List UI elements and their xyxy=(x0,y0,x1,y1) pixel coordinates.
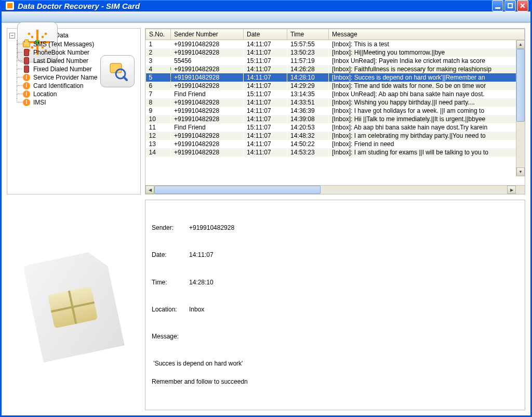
content-area: − Sim Card Data SMS (Text Messages)Phone… xyxy=(2,23,530,415)
cell-sno: 11 xyxy=(146,123,171,132)
table-row[interactable]: 7Find Friend15:11:0713:14:35[Inbox UnRea… xyxy=(146,90,525,98)
tree-item-label: SMS (Text Messages) xyxy=(33,41,94,48)
svg-rect-3 xyxy=(45,33,47,35)
cell-date: 14:11:07 xyxy=(244,132,287,140)
tree-item[interactable]: iService Provider Name xyxy=(17,73,138,82)
col-date[interactable]: Date xyxy=(244,29,287,40)
scroll-thumb-horizontal[interactable] xyxy=(154,186,321,194)
cell-message: [Inbox UnRead]: Payein India ke cricket … xyxy=(329,57,525,65)
cell-message: [Inbox]: Time and tide waits for none. S… xyxy=(329,82,525,90)
detail-sender-value: +919910482928 xyxy=(189,224,234,232)
tree-item[interactable]: iLocation xyxy=(17,90,138,98)
table-row[interactable]: 35545615:11:0711:57:19[Inbox UnRead]: Pa… xyxy=(146,57,525,65)
table-row[interactable]: 10+91991048292814:11:0714:39:08[Inbox]: … xyxy=(146,115,525,123)
cell-date: 14:11:07 xyxy=(244,140,287,148)
cell-sno: 6 xyxy=(146,82,171,90)
detail-location-label: Location: xyxy=(152,305,189,314)
table-row[interactable]: 12+91991048292814:11:0714:48:32[Inbox]: … xyxy=(146,132,525,140)
col-message[interactable]: Message xyxy=(329,29,525,40)
vertical-scrollbar[interactable]: ▲ ▼ xyxy=(516,40,525,176)
detail-time-value: 14:28:10 xyxy=(189,278,214,287)
cell-time: 14:50:22 xyxy=(287,140,329,148)
cell-message: [Inbox]: Ab aap bhi bana sakte hain naye… xyxy=(329,123,525,132)
app-window: Data Doctor Recovery - SIM Card ✕ xyxy=(0,0,532,417)
cell-date: 15:11:07 xyxy=(244,123,287,132)
sms-icon xyxy=(23,41,30,48)
cell-date: 14:11:07 xyxy=(244,115,287,123)
col-sender[interactable]: Sender Number xyxy=(171,29,244,40)
cell-message: [Inbox]: Succes is depend on hard work'|… xyxy=(329,73,525,82)
table-row[interactable]: 11Find Friend15:11:0714:20:53[Inbox]: Ab… xyxy=(146,123,525,132)
scroll-left-button[interactable]: ◀ xyxy=(145,186,154,194)
horizontal-scrollbar[interactable]: ◀ ▶ xyxy=(145,185,525,194)
message-table[interactable]: S.No. Sender Number Date Time Message 1+… xyxy=(145,28,525,194)
scroll-up-button[interactable]: ▲ xyxy=(516,40,525,49)
cell-sno: 8 xyxy=(146,98,171,107)
cell-sender: +919910482928 xyxy=(171,40,244,49)
tree-item[interactable]: Fixed Dialed Number xyxy=(17,65,138,73)
table-row[interactable]: 5+91991048292814:11:0714:28:10[Inbox]: S… xyxy=(146,73,525,82)
tree-item[interactable]: SMS (Text Messages) xyxy=(17,40,138,48)
detail-date-value: 14:11:07 xyxy=(189,251,214,259)
close-window-button[interactable]: ✕ xyxy=(517,0,528,11)
tree-item-label: Last Dialed Number xyxy=(33,57,88,64)
tree-item-label: Location xyxy=(33,90,57,98)
tree-item[interactable]: iCard Identification xyxy=(17,82,138,90)
cell-sno: 9 xyxy=(146,107,171,115)
table-row[interactable]: 13+91991048292814:11:0714:50:22[Inbox]: … xyxy=(146,140,525,148)
maximize-button[interactable] xyxy=(504,0,516,11)
cell-time: 14:26:28 xyxy=(287,65,329,73)
titlebar[interactable]: Data Doctor Recovery - SIM Card ✕ xyxy=(2,0,530,11)
table-row[interactable]: 8+91991048292814:11:0714:33:51[Inbox]: W… xyxy=(146,98,525,107)
info-icon: i xyxy=(23,82,30,89)
cell-sno: 2 xyxy=(146,48,171,57)
table-row[interactable]: 1+91991048292814:11:0715:57:55[Inbox]: T… xyxy=(146,40,525,49)
cell-time: 15:57:55 xyxy=(287,40,329,49)
phone-icon xyxy=(23,66,30,73)
cell-message: [Inbox UnRead]: Ab aap bhi bana sakte ha… xyxy=(329,90,525,98)
table-header-row[interactable]: S.No. Sender Number Date Time Message xyxy=(146,29,525,40)
table-row[interactable]: 4+91991048292814:11:0714:26:28[Inbox]: F… xyxy=(146,65,525,73)
minimize-button[interactable] xyxy=(492,0,503,11)
toolbar: ? Data Doctor Recovery SIM Card xyxy=(2,11,530,23)
cell-sender: +919910482928 xyxy=(171,132,244,140)
cell-message: [Inbox]: I have got holidays for a week.… xyxy=(329,107,525,115)
collapse-icon[interactable]: − xyxy=(9,33,15,38)
scroll-thumb-vertical[interactable] xyxy=(516,49,525,122)
tree-view[interactable]: − Sim Card Data SMS (Text Messages)Phone… xyxy=(7,28,141,194)
cell-message: [Inbox]: Wishing you happy birthday.||I … xyxy=(329,98,525,107)
detail-location-value: Inbox xyxy=(189,305,204,314)
cell-time: 14:53:23 xyxy=(287,148,329,157)
cell-sender: +919910482928 xyxy=(171,98,244,107)
cell-sender: Find Friend xyxy=(171,90,244,98)
window-title: Data Doctor Recovery - SIM Card xyxy=(18,2,492,10)
table-row[interactable]: 14+91991048292814:11:0714:53:23[Inbox]: … xyxy=(146,148,525,157)
table-row[interactable]: 9+91991048292814:11:0714:36:39[Inbox]: I… xyxy=(146,107,525,115)
cell-time: 14:20:53 xyxy=(287,123,329,132)
col-time[interactable]: Time xyxy=(287,29,329,40)
cell-time: 14:28:10 xyxy=(287,73,329,82)
tree-item[interactable]: Last Dialed Number xyxy=(17,57,138,65)
scroll-right-button[interactable]: ▶ xyxy=(507,186,516,194)
cell-sender: Find Friend xyxy=(171,123,244,132)
info-icon: i xyxy=(23,99,30,106)
tree-item-label: Service Provider Name xyxy=(33,74,97,81)
cell-time: 11:57:19 xyxy=(287,57,329,65)
cell-sno: 12 xyxy=(146,132,171,140)
cell-sno: 7 xyxy=(146,90,171,98)
cell-sender: 55456 xyxy=(171,57,244,65)
tree-item-label: IMSI xyxy=(33,99,46,106)
info-icon: i xyxy=(23,74,30,81)
cell-time: 13:50:23 xyxy=(287,48,329,57)
table-row[interactable]: 2+91991048292814:11:0713:50:23[Inbox]: H… xyxy=(146,48,525,57)
table-row[interactable]: 6+91991048292814:11:0714:29:29[Inbox]: T… xyxy=(146,82,525,90)
tree-item[interactable]: PhoneBook Number xyxy=(17,48,138,57)
scroll-down-button[interactable]: ▼ xyxy=(516,167,525,176)
window-controls: ✕ xyxy=(492,0,528,11)
cell-date: 14:11:07 xyxy=(244,82,287,90)
col-sno[interactable]: S.No. xyxy=(146,29,171,40)
tree-item[interactable]: iIMSI xyxy=(17,98,138,107)
cell-message: [Inbox]: Hi||Meeting you tommorrow.||bye xyxy=(329,48,525,57)
info-icon: i xyxy=(23,90,30,98)
phone-icon xyxy=(23,49,30,56)
